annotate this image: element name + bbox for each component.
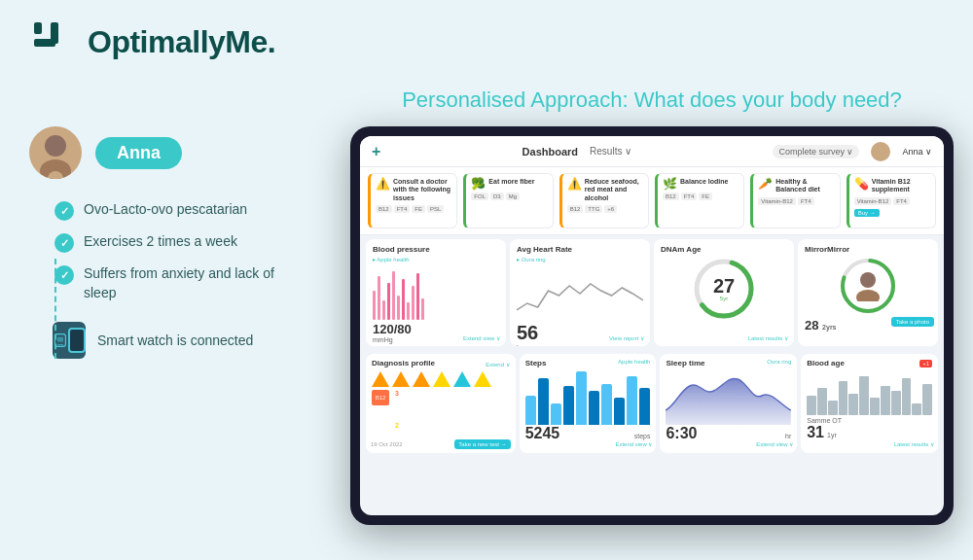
bp-bar [412, 286, 414, 320]
bp-extend[interactable]: Extend view ∨ [463, 334, 500, 341]
step-bar [614, 398, 625, 425]
bp-bar [421, 298, 424, 320]
blood-bar [828, 401, 838, 415]
blood-bar [922, 384, 932, 415]
reco-card-0: ⚠️ Consult a doctor with the following i… [368, 173, 457, 228]
diagnosis-date: 19 Oct 2022 [371, 441, 403, 447]
blood-age-extend[interactable]: Latest results ∨ [894, 440, 934, 447]
blood-bar [870, 398, 880, 415]
logo-icon [29, 18, 78, 66]
blood-bar [859, 376, 869, 415]
triangle-yellow-2 [474, 371, 491, 387]
reco-tags-3: B12 FT4 FE [663, 192, 739, 200]
step-bar [601, 384, 612, 425]
hr-extend[interactable]: View report ∨ [609, 334, 644, 341]
dnam-age-card: DNAm Age 27 5yr Latest results ∨ [654, 239, 794, 346]
svg-point-13 [860, 272, 876, 288]
checklist-container: Ovo-Lacto-ovo pescatarian Exercises 2 ti… [29, 200, 282, 359]
dashboard-title: Dashboard [523, 146, 578, 158]
left-panel: Anna Ovo-Lacto-ovo pescatarian Exercises… [29, 126, 282, 359]
take-new-test-button[interactable]: Take a new test → [454, 439, 510, 449]
reco-tag: Vitamin-B12 [758, 197, 796, 205]
check-circle-anxiety [54, 265, 74, 285]
reco-icon-3: 🌿 [663, 178, 677, 190]
diagnosis-header: Diagnosis profile Extend ∨ [372, 359, 510, 368]
svg-point-3 [45, 135, 66, 157]
check-item-exercise: Exercises 2 times a week [54, 232, 282, 253]
reco-tags-0: B12 FT4 FE PSL [376, 205, 451, 213]
reco-tags-4: Vitamin-B12 FT4 [758, 197, 834, 205]
dnam-extend[interactable]: Latest results ∨ [748, 334, 788, 341]
check-text-exercise: Exercises 2 times a week [84, 232, 237, 252]
reco-tag: FE [412, 205, 425, 213]
step-bar [538, 378, 549, 425]
add-icon[interactable]: + [372, 143, 380, 160]
svg-rect-2 [34, 22, 42, 34]
blood-bar [912, 403, 921, 415]
user-name-header[interactable]: Anna ∨ [902, 147, 932, 157]
triangle-teal-1 [453, 371, 471, 387]
bp-bar [416, 273, 419, 320]
step-bar [563, 386, 574, 425]
logo-area: OptimallyMe. [29, 18, 275, 66]
take-photo-button[interactable]: Take a photo [891, 317, 934, 327]
reco-tag: PSL [427, 205, 444, 213]
watch-icon [53, 322, 86, 359]
reco-title-3: Balance Iodine [680, 178, 728, 186]
bp-bar [407, 302, 410, 320]
dnam-circle-container: 27 5yr [691, 256, 757, 322]
triangle-yellow-1 [433, 371, 450, 387]
bottom-row: Diagnosis profile Extend ∨ B12 3 2 [360, 350, 944, 457]
check-text-diet: Ovo-Lacto-ovo pescatarian [84, 200, 247, 220]
reco-card-3: 🌿 Balance Iodine B12 FT4 FE [655, 173, 744, 228]
hr-chart [517, 266, 643, 320]
reco-title-0: Consult a doctor with the following issu… [393, 178, 451, 202]
reco-title-1: Eat more fiber [488, 178, 534, 186]
reco-tag: TTG [585, 205, 602, 213]
reco-tag: Vitamin-B12 [854, 197, 892, 205]
bp-bar [397, 296, 400, 320]
blood-age-value: 31 [807, 424, 824, 441]
blood-bar [902, 378, 912, 415]
steps-value: 5245 [525, 425, 560, 442]
bp-bar [382, 300, 385, 320]
sleep-value: 6:30 [666, 425, 697, 442]
username-badge: Anna [95, 137, 182, 169]
blood-age-badge: +1 [919, 360, 932, 368]
reco-icon-1: 🥦 [471, 178, 486, 190]
blood-age-card: Blood age +1 [801, 354, 938, 453]
bp-bar [387, 283, 390, 320]
blood-age-footer: 31 1yr [807, 424, 932, 441]
steps-chart [525, 371, 651, 425]
reco-tag: Mg [506, 192, 520, 200]
diagnosis-triangles: B12 3 2 [372, 371, 510, 429]
dashboard-header: + Dashboard Results ∨ Complete survey ∨ … [360, 136, 944, 167]
heart-rate-card: Avg Heart Rate ▸ Oura ring 56 bpm View r… [510, 239, 650, 346]
mirror-title: MirrorMirror [805, 245, 931, 254]
reco-title-4: Healthy & Balanced diet [775, 178, 834, 194]
steps-extend[interactable]: Extend view ∨ [615, 440, 652, 447]
step-bar [639, 388, 650, 425]
steps-source: Apple health [618, 359, 650, 368]
diagnosis-profile-card: Diagnosis profile Extend ∨ B12 3 2 [366, 354, 516, 453]
step-bar [551, 403, 561, 425]
sleep-extend[interactable]: Extend view ∨ [756, 440, 793, 447]
diagnosis-extend[interactable]: Extend ∨ [486, 361, 509, 368]
smart-watch-text: Smart watch is connected [97, 332, 253, 348]
results-dropdown[interactable]: Results ∨ [590, 146, 631, 157]
diagnosis-title: Diagnosis profile [372, 359, 435, 368]
vitamin-badge: B12 [372, 390, 389, 405]
survey-button[interactable]: Complete survey ∨ [773, 145, 859, 158]
buy-button[interactable]: Buy → [854, 209, 880, 217]
checklist: Ovo-Lacto-ovo pescatarian Exercises 2 ti… [45, 200, 282, 302]
reco-tag: FT4 [394, 205, 411, 213]
reco-card-4: 🥕 Healthy & Balanced diet Vitamin-B12 FT… [750, 173, 840, 228]
steps-card: Steps Apple health [520, 354, 657, 453]
reco-tags-1: FOL D3 Mg [471, 192, 547, 200]
blood-age-unit: 1yr [827, 432, 837, 438]
sleep-unit: hr [785, 433, 791, 439]
blood-age-title: Blood age [807, 359, 845, 368]
blood-bar [848, 394, 858, 415]
reco-icon-5: 💊 [854, 178, 869, 190]
blood-bar [891, 391, 901, 415]
